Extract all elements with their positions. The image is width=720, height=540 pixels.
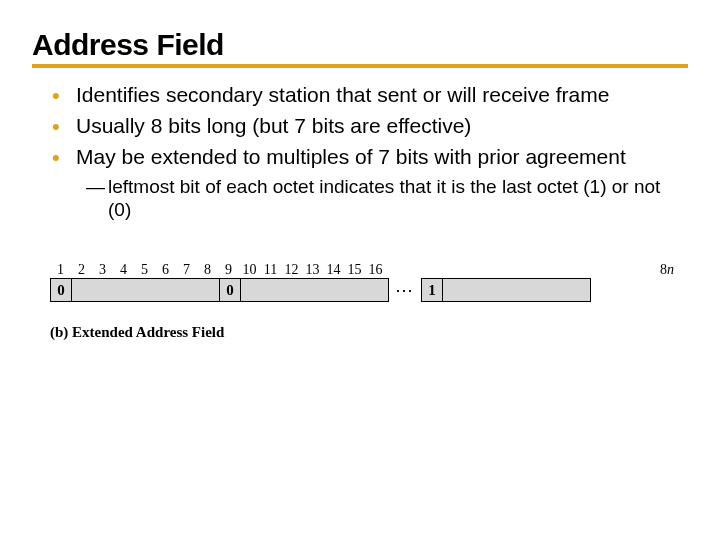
bullet-list: Identifies secondary station that sent o… bbox=[32, 82, 688, 222]
bit-label: 4 bbox=[113, 262, 134, 278]
bit-label: 9 bbox=[218, 262, 239, 278]
last-bit-n: n bbox=[667, 262, 674, 277]
address-diagram: 1 2 3 4 5 6 7 8 9 10 11 12 13 14 15 16 8… bbox=[32, 262, 688, 341]
bit-label: 12 bbox=[281, 262, 302, 278]
sub-bullet-list: leftmost bit of each octet indicates tha… bbox=[76, 175, 688, 223]
octet-row: 0 0 ⋯ 1 bbox=[50, 278, 678, 302]
bit-label: 2 bbox=[71, 262, 92, 278]
continuation-bit: 0 bbox=[51, 279, 72, 301]
slide-title: Address Field bbox=[32, 28, 688, 62]
bit-label: 5 bbox=[134, 262, 155, 278]
title-underline bbox=[32, 64, 688, 68]
caption-label: (b) bbox=[50, 324, 68, 340]
last-bit-label: 8n bbox=[660, 262, 678, 278]
bullet-item: Identifies secondary station that sent o… bbox=[60, 82, 688, 109]
last-bit-8: 8 bbox=[660, 262, 667, 277]
bit-label: 8 bbox=[197, 262, 218, 278]
bit-label: 6 bbox=[155, 262, 176, 278]
octet-box-last: 1 bbox=[421, 278, 591, 302]
bit-labels-octet-2: 9 10 11 12 13 14 15 16 bbox=[218, 262, 386, 278]
sub-bullet-item: leftmost bit of each octet indicates tha… bbox=[88, 175, 688, 223]
octet-box-1: 0 bbox=[50, 278, 220, 302]
bit-label: 3 bbox=[92, 262, 113, 278]
ellipsis-icon: ⋯ bbox=[389, 279, 421, 301]
bit-labels-octet-1: 1 2 3 4 5 6 7 8 bbox=[50, 262, 218, 278]
bullet-item: Usually 8 bits long (but 7 bits are effe… bbox=[60, 113, 688, 140]
continuation-bit: 0 bbox=[220, 279, 241, 301]
bit-number-row: 1 2 3 4 5 6 7 8 9 10 11 12 13 14 15 16 8… bbox=[50, 262, 678, 278]
bullet-item: May be extended to multiples of 7 bits w… bbox=[60, 144, 688, 222]
bit-label: 14 bbox=[323, 262, 344, 278]
octet-box-2: 0 bbox=[220, 278, 389, 302]
octet-body bbox=[443, 279, 590, 301]
octet-body bbox=[241, 279, 388, 301]
bullet-text: May be extended to multiples of 7 bits w… bbox=[76, 145, 626, 168]
figure-caption: (b) Extended Address Field bbox=[50, 324, 678, 341]
bit-label: 10 bbox=[239, 262, 260, 278]
bit-label: 11 bbox=[260, 262, 281, 278]
octet-body bbox=[72, 279, 219, 301]
bit-label: 16 bbox=[365, 262, 386, 278]
bit-label: 15 bbox=[344, 262, 365, 278]
caption-text: Extended Address Field bbox=[72, 324, 224, 340]
bit-label: 7 bbox=[176, 262, 197, 278]
continuation-bit: 1 bbox=[422, 279, 443, 301]
bit-label: 1 bbox=[50, 262, 71, 278]
bit-label: 13 bbox=[302, 262, 323, 278]
